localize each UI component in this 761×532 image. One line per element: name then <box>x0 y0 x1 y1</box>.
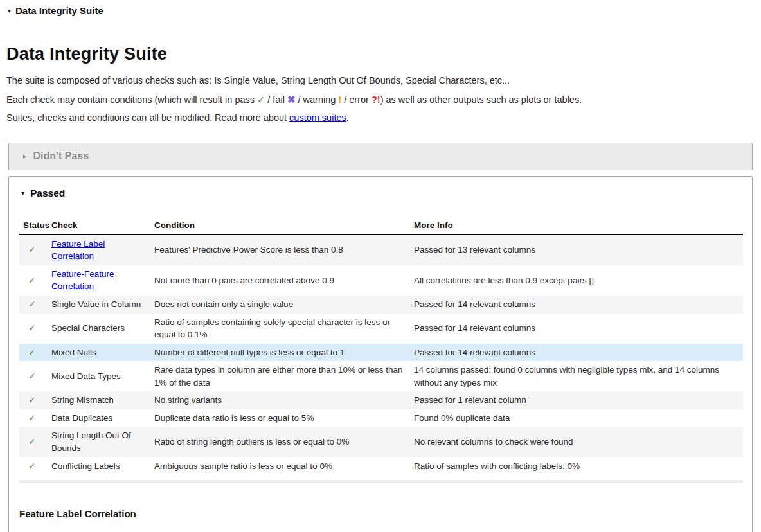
column-header-status: Status <box>19 219 51 235</box>
more-info-cell: 14 columns passed: found 0 columns with … <box>414 361 743 391</box>
column-header-check: Check <box>51 219 154 235</box>
passed-label: Passed <box>30 188 65 199</box>
check-link[interactable]: Feature Label Correlation <box>51 239 105 262</box>
table-row: ✓ Special Characters Ratio of samples co… <box>19 314 743 344</box>
intro-line-2-text: Each check may contain conditions (which… <box>6 94 257 105</box>
intro-line-2-tail: ) as well as other outputs such as plots… <box>380 94 582 105</box>
more-info-cell: Found 0% duplicate data <box>414 409 743 427</box>
check-cell: Feature-Feature Correlation <box>51 265 154 296</box>
pass-check-icon: ✓ <box>28 276 35 285</box>
more-info-cell: Passed for 14 relevant columns <box>414 344 743 362</box>
more-info-cell: Passed for 1 relevant column <box>414 391 743 409</box>
more-info-cell: All correlations are less than 0.9 excep… <box>414 265 743 296</box>
intro-line-2-sep3: / error <box>341 94 372 105</box>
pass-check-icon: ✓ <box>28 245 35 254</box>
status-cell: ✓ <box>19 344 51 362</box>
column-header-condition: Condition <box>154 219 414 235</box>
pass-check-icon: ✓ <box>257 94 265 105</box>
intro-line-2: Each check may contain conditions (which… <box>6 93 761 107</box>
table-row: ✓ String Length Out Of Bounds Ratio of s… <box>19 427 743 457</box>
pass-check-icon: ✓ <box>28 323 35 333</box>
status-cell: ✓ <box>19 265 51 296</box>
table-row-highlighted: ✓ Mixed Nulls Number of different null t… <box>19 344 743 362</box>
check-cell: Mixed Data Types <box>51 361 154 391</box>
passed-accordion: ▾ Passed Status Check Condition More Inf… <box>8 176 753 532</box>
table-header-row: Status Check Condition More Info <box>19 219 743 235</box>
report-page: ▾ Data Integrity Suite Data Integrity Su… <box>0 0 761 532</box>
intro-line-2-sep2: / warning <box>295 94 338 105</box>
status-cell: ✓ <box>19 409 51 427</box>
check-cell: String Mismatch <box>51 391 154 409</box>
pass-check-icon: ✓ <box>28 413 35 423</box>
intro-line-3: Suites, checks and conditions can all be… <box>6 112 761 125</box>
more-info-cell: Passed for 14 relevant columns <box>414 296 743 314</box>
chevron-right-icon: ▸ <box>23 153 27 160</box>
didnt-pass-label: Didn't Pass <box>33 150 89 162</box>
condition-cell: Duplicate data ratio is less or equal to… <box>154 409 414 427</box>
check-section-title: Feature Label Correlation <box>19 508 752 519</box>
status-cell: ✓ <box>19 391 51 409</box>
check-cell: Special Characters <box>51 314 154 344</box>
table-row: ✓ Mixed Data Types Rare data types in co… <box>19 361 743 391</box>
status-cell: ✓ <box>19 235 51 265</box>
pass-check-icon: ✓ <box>28 437 35 447</box>
check-cell: String Length Out Of Bounds <box>51 427 154 457</box>
status-cell: ✓ <box>19 361 51 391</box>
condition-cell: Not more than 0 pairs are correlated abo… <box>154 265 414 296</box>
chevron-down-icon: ▾ <box>21 190 24 197</box>
check-cell: Mixed Nulls <box>51 344 154 362</box>
pass-check-icon: ✓ <box>28 395 35 405</box>
condition-cell: Ambiguous sample ratio is less or equal … <box>154 457 414 475</box>
table-row: ✓ String Mismatch No string variants Pas… <box>19 391 743 409</box>
pass-check-icon: ✓ <box>28 348 35 357</box>
condition-cell: Number of different null types is less o… <box>154 344 414 362</box>
table-row: ✓ Data Duplicates Duplicate data ratio i… <box>19 409 743 427</box>
check-cell: Data Duplicates <box>51 409 154 427</box>
intro-line-1: The suite is composed of various checks … <box>6 75 761 87</box>
condition-cell: Ratio of samples containing solely speci… <box>154 314 414 344</box>
page-title: Data Integrity Suite <box>6 44 761 64</box>
more-info-cell: Ratio of samples with conflicting labels… <box>414 457 743 475</box>
status-cell: ✓ <box>19 427 51 457</box>
suite-collapse-toggle[interactable]: ▾ Data Integrity Suite <box>0 0 761 16</box>
passed-accordion-header[interactable]: ▾ Passed <box>9 177 752 199</box>
more-info-cell: Passed for 13 relevant columns <box>414 235 743 265</box>
intro-line-2-sep1: / fail <box>265 94 287 105</box>
section-divider <box>19 480 743 483</box>
pass-check-icon: ✓ <box>28 371 35 381</box>
custom-suites-link[interactable]: custom suites <box>289 112 346 123</box>
status-cell: ✓ <box>19 457 51 475</box>
check-cell: Feature Label Correlation <box>51 235 154 265</box>
conditions-table: Status Check Condition More Info ✓ Featu… <box>19 219 743 475</box>
table-row: ✓ Single Value in Column Does not contai… <box>19 296 743 314</box>
table-row: ✓ Feature Label Correlation Features' Pr… <box>19 235 743 265</box>
intro-line-3-tail: . <box>346 112 349 123</box>
condition-cell: Rare data types in column are either mor… <box>154 361 414 391</box>
condition-cell: Features' Predictive Power Score is less… <box>154 235 414 265</box>
table-row: ✓ Feature-Feature Correlation Not more t… <box>19 265 743 296</box>
column-header-more-info: More Info <box>414 219 743 235</box>
fail-x-icon: ✖ <box>287 94 296 105</box>
status-cell: ✓ <box>19 314 51 344</box>
pass-check-icon: ✓ <box>28 461 35 471</box>
condition-cell: Ratio of string length outliers is less … <box>154 427 414 457</box>
pass-check-icon: ✓ <box>28 299 35 309</box>
check-link[interactable]: Feature-Feature Correlation <box>51 269 114 292</box>
check-cell: Conflicting Labels <box>51 457 154 475</box>
error-interrobang-icon: ?! <box>372 94 380 105</box>
didnt-pass-accordion[interactable]: ▸ Didn't Pass <box>8 143 753 170</box>
status-cell: ✓ <box>19 296 51 314</box>
condition-cell: Does not contain only a single value <box>154 296 414 314</box>
table-row: ✓ Conflicting Labels Ambiguous sample ra… <box>19 457 743 475</box>
chevron-down-icon: ▾ <box>8 8 11 14</box>
more-info-cell: No relevant columns to check were found <box>414 427 743 457</box>
condition-cell: No string variants <box>154 391 414 409</box>
suite-toggle-label: Data Integrity Suite <box>15 5 103 16</box>
intro-line-3-text: Suites, checks and conditions can all be… <box>6 112 289 123</box>
check-cell: Single Value in Column <box>51 296 154 314</box>
more-info-cell: Passed for 14 relevant columns <box>414 314 743 344</box>
